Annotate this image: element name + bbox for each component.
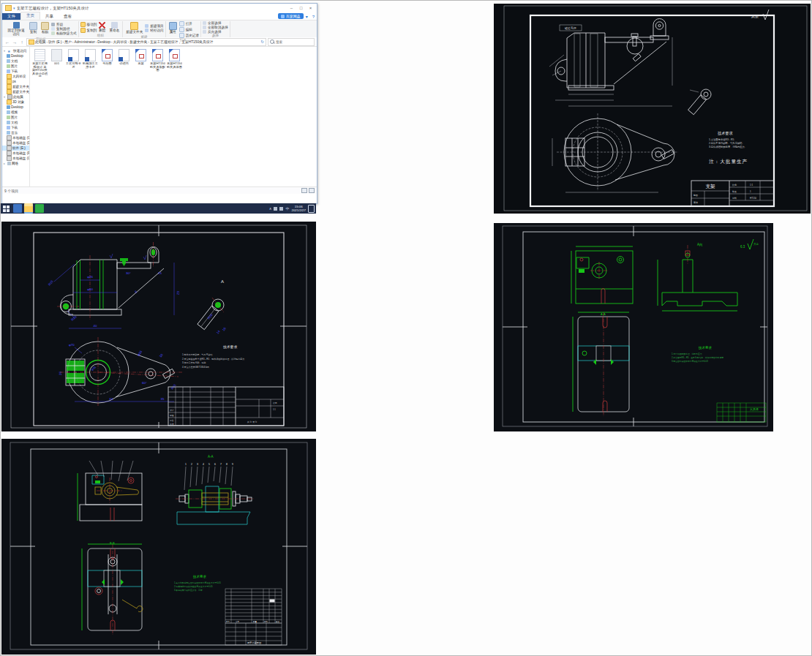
- folder-icon: [7, 89, 12, 94]
- file-name: 001: [54, 62, 59, 66]
- sidebar-item-drive-g[interactable]: 本地磁盘 (G:): [2, 156, 29, 161]
- quickaccess-toolbar-icon[interactable]: ▾: [13, 6, 15, 10]
- chevron-down-icon[interactable]: ▾: [4, 95, 7, 99]
- navigation-pane: ▾ ★ 快速访问 Desktop 文档 图片 下: [2, 47, 30, 186]
- folder-icon: [7, 79, 12, 84]
- cut-button[interactable]: 剪切: [51, 23, 77, 26]
- action-center-icon[interactable]: [308, 205, 315, 213]
- section-label: A-A: [208, 455, 214, 459]
- tray-expand-icon[interactable]: ∧: [269, 206, 272, 211]
- netdisk-label: 百度网盘: [286, 14, 301, 18]
- paste-button[interactable]: 粘贴: [40, 21, 50, 37]
- ime-indicator[interactable]: 中: [285, 206, 289, 211]
- volume-icon[interactable]: [274, 207, 277, 211]
- taskbar-explorer-icon[interactable]: [24, 203, 33, 214]
- sidebar-item-drive-e-selected[interactable]: 软件 (E:): [2, 146, 29, 151]
- refresh-icon[interactable]: ↻: [260, 39, 264, 44]
- sidebar-item-pictures[interactable]: 图片: [2, 64, 29, 69]
- sidebar-item-folder[interactable]: 大四毕设: [2, 74, 29, 79]
- sidebar-item-desktop2[interactable]: Desktop: [2, 105, 29, 110]
- file-item-operation-card[interactable]: 机械加工工序卡片: [83, 49, 98, 69]
- sidebar-item-folder[interactable]: 新建文件夹 (2): [2, 89, 29, 94]
- ribbon-collapse-icon[interactable]: ▾: [306, 14, 308, 19]
- sidebar-item-drive-f[interactable]: 本地磁盘 (F:): [2, 151, 29, 156]
- file-item-fixture-assembly[interactable]: 支架HT150铣夹具装配图: [150, 49, 165, 72]
- tab-home[interactable]: 主页: [20, 12, 40, 20]
- network-icon[interactable]: [279, 207, 283, 211]
- easy-access-button[interactable]: 轻松访问: [145, 29, 163, 32]
- sidebar-item-3d-objects[interactable]: 3D 对象: [2, 99, 29, 105]
- file-item-readme[interactable]: 支架工艺规程设计 支架HT150夹具设计说明书: [32, 49, 48, 77]
- tech-title: 技术要求: [698, 346, 713, 350]
- balloon-number: 5: [208, 463, 210, 466]
- file-item-blank-drawing[interactable]: 毛坯图: [99, 49, 115, 66]
- pin-quickaccess-button[interactable]: 固定到快速访问: [5, 21, 27, 37]
- search-box[interactable]: [268, 38, 315, 46]
- sidebar-item-music[interactable]: 音乐: [2, 130, 29, 135]
- tab-share[interactable]: 共享: [40, 13, 59, 20]
- sidebar-item-folder[interactable]: 新建文件夹: [2, 84, 29, 89]
- new-folder-button[interactable]: 新建文件夹: [124, 21, 144, 35]
- tab-view[interactable]: 查看: [59, 13, 77, 20]
- sidebar-item-folder[interactable]: ps: [2, 79, 29, 84]
- up-button[interactable]: ↑: [19, 39, 25, 45]
- copy-to-button[interactable]: 复制到: [80, 28, 97, 33]
- minimize-button[interactable]: –: [287, 4, 296, 12]
- help-icon[interactable]: ?: [312, 15, 315, 19]
- new-item-button[interactable]: 新建项目: [145, 24, 163, 28]
- file-item-fixture-body[interactable]: 支架HT150铣夹具体图: [167, 49, 182, 69]
- crumb-current[interactable]: 支架工艺规程设计，支架HT150夹具设计: [150, 39, 213, 44]
- copy-path-button[interactable]: 复制路径: [51, 27, 77, 31]
- delete-button[interactable]: 删除: [97, 21, 107, 34]
- sidebar-item-downloads2[interactable]: 下载: [2, 125, 29, 130]
- sidebar-item-drive-d[interactable]: 本地磁盘 (D:): [2, 140, 29, 146]
- view-large-icons-icon[interactable]: [309, 188, 315, 193]
- crumb-folder2[interactable]: 新建文件夹: [129, 39, 147, 44]
- copy-button[interactable]: 复制: [28, 21, 39, 37]
- sidebar-item-downloads[interactable]: 下载: [2, 69, 29, 74]
- chevron-down-icon[interactable]: ▾: [4, 49, 7, 53]
- select-none-button[interactable]: 全部取消选择: [203, 26, 228, 29]
- file-item-bracket[interactable]: 支架: [133, 49, 149, 66]
- close-button[interactable]: ×: [306, 4, 315, 12]
- crumb-users[interactable]: 用户: [64, 39, 72, 44]
- search-input[interactable]: [274, 39, 312, 45]
- chevron-right-icon[interactable]: ▸: [4, 162, 7, 165]
- rename-button[interactable]: 重命名: [108, 21, 121, 34]
- search-icon: [270, 39, 274, 44]
- tab-file[interactable]: 文件: [2, 13, 20, 20]
- sidebar-quick-access[interactable]: ▾ ★ 快速访问: [2, 48, 29, 53]
- netdisk-promo-button[interactable]: 百度网盘: [278, 13, 304, 19]
- edit-button[interactable]: 编辑: [179, 27, 199, 32]
- open-button[interactable]: 打开: [179, 21, 199, 26]
- start-button[interactable]: [1, 203, 11, 214]
- crumb-desktop[interactable]: Desktop: [97, 40, 110, 44]
- crumb-admin[interactable]: Administrator: [74, 40, 94, 44]
- sidebar-item-network[interactable]: ▸ 网络: [2, 161, 29, 166]
- sidebar-item-documents2[interactable]: 文档: [2, 120, 29, 125]
- file-item-001[interactable]: 001: [49, 49, 64, 66]
- select-all-button[interactable]: 全部选择: [203, 21, 228, 25]
- file-item-process-card[interactable]: 工艺过程卡片: [66, 49, 81, 69]
- paste-shortcut-button[interactable]: 粘贴快捷方式: [51, 31, 77, 35]
- crumb-this-pc[interactable]: 此电脑: [35, 39, 45, 44]
- sidebar-item-pictures2[interactable]: 图片: [2, 115, 29, 120]
- sidebar-item-drive-c[interactable]: 本地磁盘 (C:): [2, 135, 29, 140]
- sidebar-item-documents[interactable]: 文档: [2, 59, 29, 64]
- file-item-manual[interactable]: 说明书: [116, 49, 132, 66]
- maximize-button[interactable]: □: [296, 4, 306, 12]
- sidebar-item-desktop[interactable]: Desktop: [2, 53, 29, 59]
- sidebar-item-videos[interactable]: 视频: [2, 110, 29, 115]
- view-details-icon[interactable]: [301, 188, 307, 193]
- crumb-folder1[interactable]: 大四毕设: [113, 39, 127, 44]
- crumb-drive[interactable]: 软件 (E:): [48, 39, 62, 44]
- forward-button[interactable]: →: [12, 39, 18, 45]
- move-to-button[interactable]: 移动到: [80, 22, 97, 27]
- sidebar-this-pc[interactable]: ▾ 此电脑: [2, 94, 29, 99]
- taskbar-green-app-icon[interactable]: [35, 204, 44, 213]
- back-button[interactable]: ←: [4, 39, 10, 45]
- taskbar-clock[interactable]: 15:06 2021/2/27: [291, 205, 306, 212]
- taskbar-app-icon[interactable]: [13, 204, 22, 213]
- breadcrumb[interactable]: 此电脑 › 软件 (E:) › 用户 › Administrator › Des…: [26, 38, 266, 46]
- properties-button[interactable]: 属性: [168, 21, 178, 38]
